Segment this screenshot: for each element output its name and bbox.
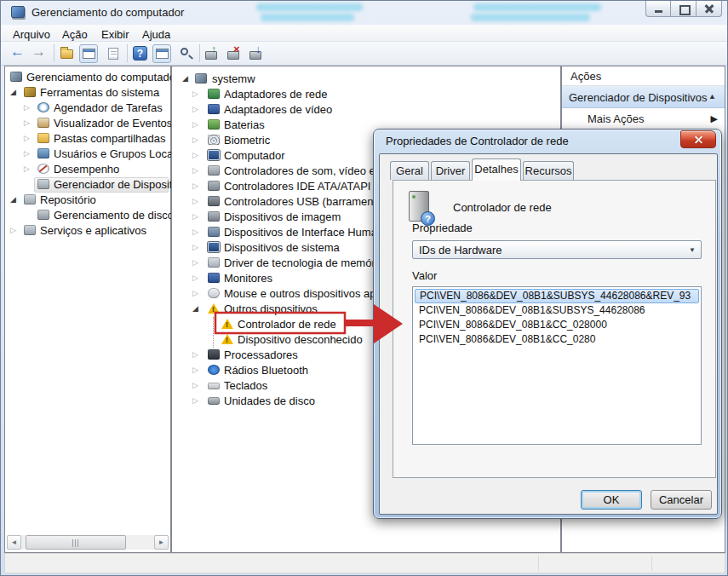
scroll-left-arrow[interactable]: ◄ <box>7 535 21 550</box>
ide-controllers-icon <box>208 181 220 191</box>
tree-item-label: Processadores <box>224 348 298 361</box>
list-item-hardware-id[interactable]: PCI\VEN_8086&DEV_08B1&SUBSYS_44628086 <box>415 303 699 318</box>
display-adapters-icon <box>208 104 220 114</box>
tree-item-gerenciamento-de-disco[interactable]: Gerenciamento de disco <box>5 208 170 223</box>
cancel-button[interactable]: Cancelar <box>651 490 712 510</box>
dialog-close-button[interactable] <box>680 130 716 148</box>
scroll-right-arrow[interactable]: ► <box>154 535 169 550</box>
expander-icon[interactable] <box>192 256 201 269</box>
more-actions-item[interactable]: Mais Ações ▶ <box>562 108 725 130</box>
tree-item-systemw[interactable]: systemw <box>172 72 560 87</box>
help-icon[interactable]: ? <box>131 44 150 63</box>
tab-recursos[interactable]: Recursos <box>523 161 574 180</box>
collapse-icon[interactable]: ▲ <box>708 92 716 101</box>
tree-item-label: Biometric <box>224 134 270 147</box>
tab-driver[interactable]: Driver <box>431 161 470 180</box>
tab-detalhes[interactable]: Detalhes <box>472 158 521 181</box>
menu-exibir[interactable]: Exibir <box>98 27 133 42</box>
tab-geral[interactable]: Geral <box>390 161 429 180</box>
expander-icon[interactable] <box>192 272 201 285</box>
scan-hardware-icon[interactable]: ↓ <box>248 44 267 63</box>
tree-item-label: Usuários e Grupos Locais <box>54 147 181 160</box>
expander-icon[interactable] <box>192 180 201 193</box>
expander-icon[interactable] <box>10 193 19 206</box>
app-icon <box>11 6 25 18</box>
expander-icon[interactable] <box>192 103 201 116</box>
tree-item-label: Monitores <box>224 272 272 285</box>
value-label: Valor <box>412 269 437 282</box>
horizontal-scrollbar[interactable]: ◄ ► <box>7 535 169 550</box>
menu-arquivo[interactable]: Arquivo <box>9 27 54 42</box>
window-controls <box>645 1 722 17</box>
processors-icon <box>208 349 220 360</box>
tree-item-label: Visualizador de Eventos <box>54 117 172 130</box>
list-item-hardware-id[interactable]: PCI\VEN_8086&DEV_08B1&CC_0280 <box>415 332 699 347</box>
expander-icon[interactable] <box>192 379 201 392</box>
expander-icon[interactable] <box>24 101 32 114</box>
expander-icon[interactable] <box>192 364 201 377</box>
expander-icon[interactable] <box>192 241 201 254</box>
expander-icon[interactable] <box>192 287 201 300</box>
forward-icon[interactable]: → <box>31 44 49 63</box>
expander-icon[interactable] <box>192 348 201 361</box>
expander-icon[interactable] <box>24 163 32 176</box>
properties-icon[interactable] <box>104 44 123 63</box>
tree-item-desempenho[interactable]: Desempenho <box>5 162 170 177</box>
uninstall-device-icon[interactable]: × <box>226 44 244 63</box>
expander-icon[interactable] <box>192 149 201 162</box>
tree-item-label: Repositório <box>40 193 96 206</box>
action-pane-toggle-icon[interactable] <box>152 44 171 63</box>
property-dropdown[interactable]: IDs de Hardware ▼ <box>412 240 702 259</box>
tree-item-label: Controlador de rede <box>238 318 336 331</box>
expander-icon[interactable] <box>192 395 201 407</box>
tree-item-gerenciamento-do-computador[interactable]: Gerenciamento do computador <box>5 70 170 85</box>
scrollbar-thumb[interactable] <box>26 535 126 550</box>
maximize-button[interactable] <box>671 1 696 17</box>
expander-icon[interactable] <box>192 210 201 223</box>
update-driver-icon[interactable]: ↑ <box>203 44 222 63</box>
tree-item-adaptadores-de-video[interactable]: Adaptadores de vídeo <box>172 102 560 118</box>
expander-icon[interactable] <box>24 147 32 160</box>
open-folder-icon[interactable] <box>58 44 77 63</box>
tree-item-agendador-de-tarefas[interactable]: Agendador de Tarefas <box>5 101 170 116</box>
expander-icon[interactable] <box>192 164 201 177</box>
expander-icon[interactable] <box>192 134 201 147</box>
expander-icon[interactable] <box>10 224 19 237</box>
expander-icon[interactable] <box>10 86 19 99</box>
menu-acao[interactable]: Ação <box>59 27 91 42</box>
list-item-hardware-id[interactable]: PCI\VEN_8086&DEV_08B1&SUBSYS_44628086&RE… <box>415 289 699 303</box>
tree-item-pastas-compartilhadas[interactable]: Pastas compartilhadas <box>5 131 170 147</box>
tree-item-label: Dispositivo desconhecido <box>238 333 363 346</box>
expander-icon[interactable] <box>182 72 191 85</box>
expander-icon[interactable] <box>24 132 32 145</box>
expander-icon[interactable] <box>192 195 201 208</box>
properties-dialog: Propriedades de Controlador de rede Gera… <box>373 129 722 519</box>
menu-ajuda[interactable]: Ajuda <box>139 27 174 42</box>
submenu-arrow-icon: ▶ <box>711 113 718 124</box>
tree-item-label: Adaptadores de vídeo <box>224 103 332 116</box>
system-tools-icon <box>24 87 36 97</box>
tree-item-repositorio[interactable]: Repositório <box>5 193 170 208</box>
close-button[interactable] <box>696 1 722 17</box>
glass-reflection-artifact <box>473 3 601 11</box>
expander-icon[interactable] <box>192 118 201 131</box>
tree-item-servicos-e-aplicativos[interactable]: Serviços e aplicativos <box>5 223 170 239</box>
actions-group-device-manager[interactable]: Gerenciador de Dispositivos ▲ <box>562 86 725 108</box>
back-icon[interactable]: ← <box>9 44 28 63</box>
list-item-hardware-id[interactable]: PCI\VEN_8086&DEV_08B1&CC_028000 <box>415 318 699 332</box>
minimize-button[interactable] <box>645 1 671 17</box>
tree-item-visualizador-de-eventos[interactable]: Visualizador de Eventos <box>5 116 170 131</box>
console-tree-toggle-icon[interactable] <box>79 44 98 63</box>
expander-icon[interactable] <box>192 302 201 315</box>
tree-item-label: Desempenho <box>54 163 119 176</box>
expander-icon[interactable] <box>192 88 201 101</box>
expander-icon[interactable] <box>192 226 201 239</box>
tree-item-adaptadores-de-rede[interactable]: Adaptadores de rede <box>172 87 560 102</box>
ok-button[interactable]: OK <box>581 490 642 510</box>
hardware-ids-list[interactable]: PCI\VEN_8086&DEV_08B1&SUBSYS_44628086&RE… <box>412 286 702 445</box>
tree-item-usuarios-e-grupos[interactable]: Usuários e Grupos Locais <box>5 147 170 162</box>
tree-item-gerenciador-de-dispositivos[interactable]: Gerenciador de Dispositivos <box>5 177 170 193</box>
expander-icon[interactable] <box>24 117 32 130</box>
tree-item-ferramentas-do-sistema[interactable]: Ferramentas do sistema <box>5 85 170 101</box>
search-icon[interactable] <box>177 44 196 63</box>
